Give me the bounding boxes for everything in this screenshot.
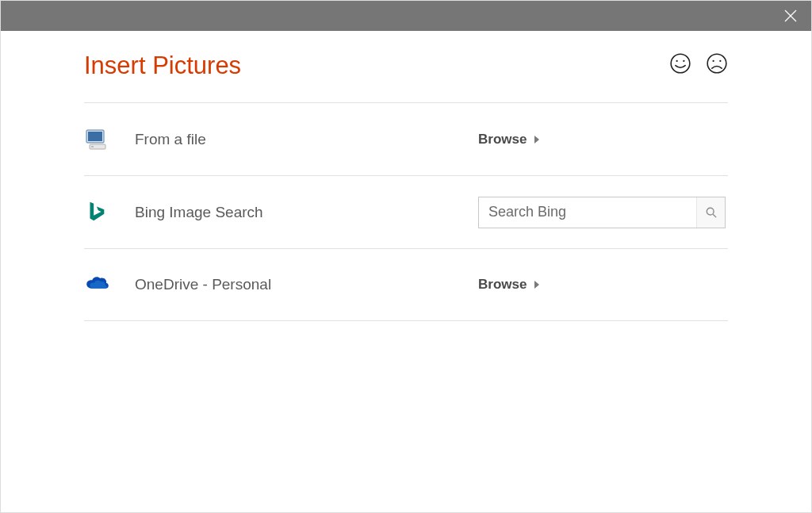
svg-point-3 xyxy=(676,60,677,62)
onedrive-icon xyxy=(84,272,109,297)
svg-point-5 xyxy=(707,54,726,73)
dialog-titlebar xyxy=(1,1,811,31)
close-button[interactable] xyxy=(781,6,800,25)
browse-onedrive-label: Browse xyxy=(478,277,527,293)
svg-rect-9 xyxy=(88,132,102,141)
bing-icon xyxy=(84,200,109,225)
bing-search-box xyxy=(478,197,726,228)
source-bing: Bing Image Search xyxy=(84,175,728,248)
feedback-happy-button[interactable] xyxy=(669,52,691,75)
svg-line-13 xyxy=(713,214,716,217)
svg-point-2 xyxy=(671,54,690,73)
source-onedrive-label: OneDrive - Personal xyxy=(135,276,478,293)
bing-search-submit[interactable] xyxy=(696,197,725,228)
dialog-title: Insert Pictures xyxy=(84,52,241,80)
svg-rect-11 xyxy=(91,146,94,147)
bing-search-input[interactable] xyxy=(488,197,696,228)
caret-right-icon xyxy=(534,136,539,144)
source-from-file: From a file Browse xyxy=(84,102,728,175)
svg-point-6 xyxy=(712,60,714,62)
feedback-sad-button[interactable] xyxy=(706,52,728,75)
browse-file-label: Browse xyxy=(478,132,527,147)
source-from-file-label: From a file xyxy=(135,131,478,148)
source-onedrive: OneDrive - Personal Browse xyxy=(84,248,728,321)
computer-icon xyxy=(84,127,109,152)
smile-icon xyxy=(669,52,691,75)
search-icon xyxy=(706,207,717,218)
caret-right-icon xyxy=(534,281,539,289)
close-icon xyxy=(784,10,797,22)
browse-file-button[interactable]: Browse xyxy=(478,132,539,147)
svg-point-4 xyxy=(683,60,684,62)
source-bing-label: Bing Image Search xyxy=(135,204,478,221)
svg-point-7 xyxy=(719,60,721,62)
browse-onedrive-button[interactable]: Browse xyxy=(478,277,539,293)
frown-icon xyxy=(706,52,728,75)
svg-point-12 xyxy=(707,208,714,215)
